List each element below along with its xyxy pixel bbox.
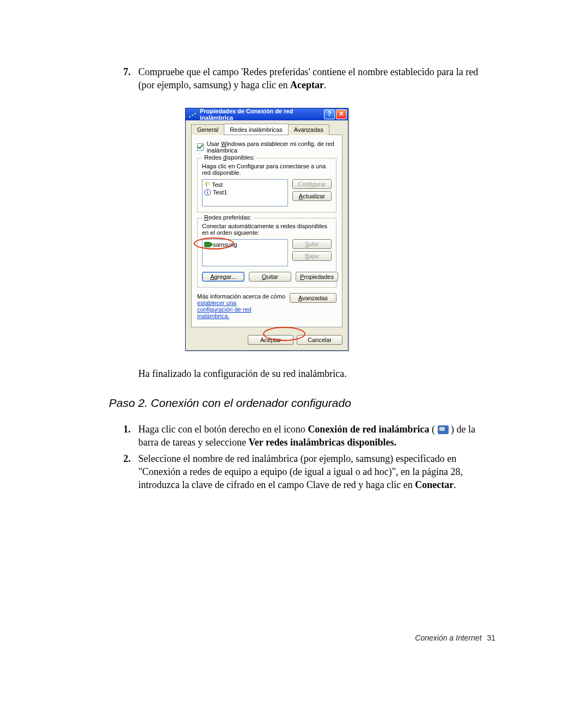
list-item[interactable]: Test (204, 181, 286, 188)
preferred-networks-group: Redes preferidas: Conectar automáticamen… (197, 218, 336, 288)
paso2-step2-text: Seleccione el nombre de red inalámbrica … (138, 452, 495, 491)
move-down-button[interactable]: Bajar (292, 251, 332, 261)
preferred-networks-list[interactable]: samsung (202, 239, 288, 266)
preferred-networks-legend: Redes preferidas: (202, 214, 254, 221)
dialog-titlebar[interactable]: Propiedades de Conexión de red inalámbri… (186, 108, 348, 120)
wireless-indicator-icon (189, 111, 197, 118)
more-info-link[interactable]: establecer una (197, 300, 236, 306)
more-info-link[interactable]: configuración de red inalámbrica. (197, 306, 252, 319)
add-button[interactable]: Agregar... (202, 272, 244, 282)
dialog-title: Propiedades de Conexión de red inalámbri… (200, 108, 324, 121)
available-networks-group: Redes disponibles: Haga clic en Configur… (197, 158, 336, 212)
move-up-button[interactable]: Subir (292, 239, 332, 249)
tab-advanced[interactable]: Avanzadas (288, 124, 329, 135)
after-dialog-text: Ha finalizado la configuración de su red… (138, 367, 495, 380)
titlebar-close-button[interactable]: ✕ (336, 109, 347, 119)
use-windows-config-checkbox[interactable] (197, 143, 204, 151)
list-item[interactable]: samsung (204, 241, 286, 248)
configure-button[interactable]: Configurar (292, 179, 332, 189)
section-heading-paso2: Paso 2. Conexión con el ordenador config… (109, 397, 495, 410)
properties-button[interactable]: Propiedades (296, 272, 338, 282)
tab-wireless-networks[interactable]: Redes inalámbricas (224, 124, 289, 135)
refresh-button[interactable]: Actualizar (292, 191, 332, 201)
cancel-button[interactable]: Cancelar (297, 335, 342, 345)
step-number: 2. (109, 452, 138, 465)
available-networks-legend: Redes disponibles: (202, 154, 257, 161)
more-info-text: Más información acerca de cómo establece… (197, 293, 285, 319)
remove-button[interactable]: Quitar (249, 272, 291, 282)
tab-strip: General Redes inalámbricas Avanzadas (191, 124, 342, 135)
preferred-networks-hint: Conectar automáticamente a redes disponi… (202, 223, 332, 236)
wireless-properties-dialog: Propiedades de Conexión de red inalámbri… (185, 108, 348, 351)
tab-general[interactable]: General (191, 124, 224, 135)
info-icon: i (204, 189, 211, 196)
step-number: 7. (109, 65, 138, 78)
ok-button[interactable]: Aceptar (248, 335, 293, 345)
available-networks-hint: Haga clic en Configurar para conectarse … (202, 163, 332, 176)
use-windows-config-label: Usar Windows para establecer mi config. … (207, 141, 336, 154)
list-item[interactable]: i Test1 (204, 188, 286, 196)
adapter-icon (204, 242, 211, 247)
titlebar-help-button[interactable]: ? (324, 109, 335, 119)
step-number: 1. (109, 423, 138, 436)
advanced-button[interactable]: Avanzadas (290, 293, 336, 303)
step-7-text: Compruebe que el campo 'Redes preferidas… (138, 65, 495, 92)
antenna-icon (204, 182, 210, 187)
available-networks-list[interactable]: Test i Test1 (202, 179, 288, 206)
taskbar-wireless-icon (438, 425, 449, 434)
page-footer: Conexión a Internet 31 (415, 633, 495, 642)
paso2-step1-text: Haga clic con el botón derecho en el ico… (138, 423, 495, 449)
